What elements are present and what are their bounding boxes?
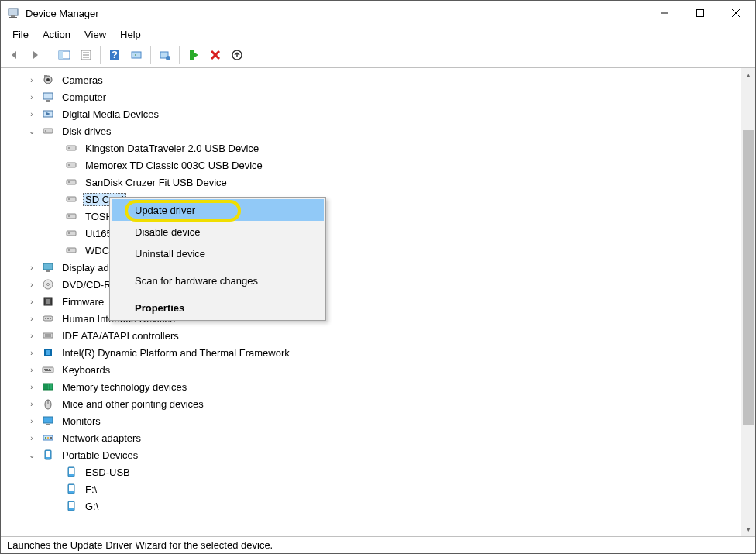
tree-item[interactable]: ›IDE ATA/ATAPI controllers [5,327,741,344]
tree-item-label: Digital Media Devices [60,108,161,121]
device-tree[interactable]: ›Cameras›Computer›Digital Media Devices⌄… [1,68,741,536]
menu-file[interactable]: File [5,27,36,42]
tree-item[interactable]: ESD-USB [5,463,741,480]
context-menu-item[interactable]: Properties [112,297,324,318]
svg-point-33 [68,164,70,166]
minimize-button[interactable] [647,1,682,26]
tree-item[interactable]: ⌄Disk drives [5,122,741,139]
svg-point-53 [50,318,51,319]
expand-icon[interactable]: › [27,280,36,289]
app-icon [7,7,19,19]
context-menu-item[interactable]: Disable device [112,221,324,243]
help-button[interactable]: ? [105,45,125,65]
properties-button[interactable] [76,45,96,65]
show-hide-console-tree-button[interactable] [54,45,74,65]
computer-icon [41,91,55,103]
portable-icon [64,500,78,512]
close-button[interactable] [718,1,754,26]
svg-rect-54 [43,333,53,338]
menu-action[interactable]: Action [36,27,77,42]
tree-item[interactable]: SanDisk Cruzer Fit USB Device [5,174,741,191]
svg-rect-83 [69,502,74,508]
tree-item-label: Firmware [60,295,106,308]
expand-icon[interactable]: › [27,382,36,391]
tree-item[interactable]: G:\ [5,497,741,514]
context-menu-item[interactable]: Scan for hardware changes [112,270,324,291]
expand-icon[interactable]: › [27,416,36,425]
expand-icon[interactable]: › [27,331,36,340]
svg-point-37 [68,198,70,200]
expand-icon[interactable]: › [27,314,36,323]
disk-icon [41,125,55,137]
collapse-icon[interactable]: ⌄ [27,450,36,459]
context-menu-item[interactable]: Uninstall device [112,243,324,264]
tree-item[interactable]: Kingston DataTraveler 2.0 USB Device [5,139,741,157]
svg-rect-44 [43,263,53,270]
tree-item-label: Keyboards [60,363,112,377]
menu-help[interactable]: Help [113,27,148,42]
vertical-scrollbar[interactable]: ▴ ▾ [741,68,755,536]
titlebar: Device Manager [1,1,755,26]
ide-icon [41,329,55,342]
expand-icon[interactable]: › [27,75,36,84]
expand-icon[interactable]: › [27,365,36,374]
expand-icon[interactable]: › [27,297,36,306]
tree-item[interactable]: ›Cameras [5,71,741,88]
tree-item-label: IDE ATA/ATAPI controllers [60,329,181,342]
firmware-icon [41,295,55,308]
tree-item[interactable]: ⌄Portable Devices [5,446,741,463]
svg-rect-79 [69,468,74,474]
menu-view[interactable]: View [77,27,113,42]
toolbar-separator [50,46,50,64]
collapse-icon[interactable]: ⌄ [27,126,36,136]
expand-icon[interactable]: › [27,109,36,119]
svg-rect-32 [67,163,76,167]
tree-item[interactable]: Memorex TD Classic 003C USB Device [5,157,741,174]
forward-button[interactable] [26,45,46,65]
update-driver-button[interactable] [155,45,175,65]
expand-icon[interactable]: › [27,399,36,408]
svg-rect-59 [43,367,53,373]
tree-item[interactable]: ›Keyboards [5,361,741,378]
disk-icon [64,210,78,222]
window-title: Device Manager [26,8,647,19]
disable-device-button[interactable] [227,45,247,65]
uninstall-device-button[interactable] [205,45,225,65]
back-button[interactable] [4,45,24,65]
svg-rect-60 [44,369,46,370]
scroll-thumb[interactable] [743,130,754,425]
maximize-button[interactable] [682,1,718,26]
svg-rect-49 [46,299,50,304]
svg-rect-38 [67,214,76,219]
expand-icon[interactable]: › [27,92,36,102]
tree-item[interactable]: ›Memory technology devices [5,378,741,395]
expand-icon[interactable]: › [27,433,36,442]
tree-item[interactable]: ›Intel(R) Dynamic Platform and Thermal F… [5,344,741,361]
portable-icon [64,466,78,478]
tree-item[interactable]: ›Digital Media Devices [5,105,741,122]
tree-item[interactable]: ›Computer [5,88,741,105]
scroll-up-button[interactable]: ▴ [741,68,755,82]
scroll-down-button[interactable]: ▾ [741,522,755,536]
svg-rect-63 [45,370,51,371]
svg-rect-75 [50,437,52,439]
tree-item[interactable]: ›Monitors [5,412,741,429]
tree-item[interactable]: F:\ [5,480,741,497]
expand-icon[interactable]: › [27,348,36,357]
svg-rect-34 [67,180,76,184]
tree-item[interactable]: ›Network adapters [5,429,741,446]
portable-icon [64,483,78,495]
tree-item[interactable]: ›Mice and other pointing devices [5,395,741,412]
disk-icon [64,176,78,188]
svg-rect-40 [67,231,76,236]
context-menu-item[interactable]: Update driver [112,199,324,221]
svg-point-31 [68,147,70,149]
monitor-icon [41,415,55,427]
tree-item-label: Intel(R) Dynamic Platform and Thermal Fr… [60,346,292,360]
enable-device-button[interactable] [184,45,204,65]
expand-icon[interactable]: › [27,263,36,272]
svg-rect-28 [43,129,53,133]
svg-point-51 [45,318,46,319]
tree-item-label: Memory technology devices [60,380,189,394]
scan-hardware-button[interactable] [126,45,146,65]
